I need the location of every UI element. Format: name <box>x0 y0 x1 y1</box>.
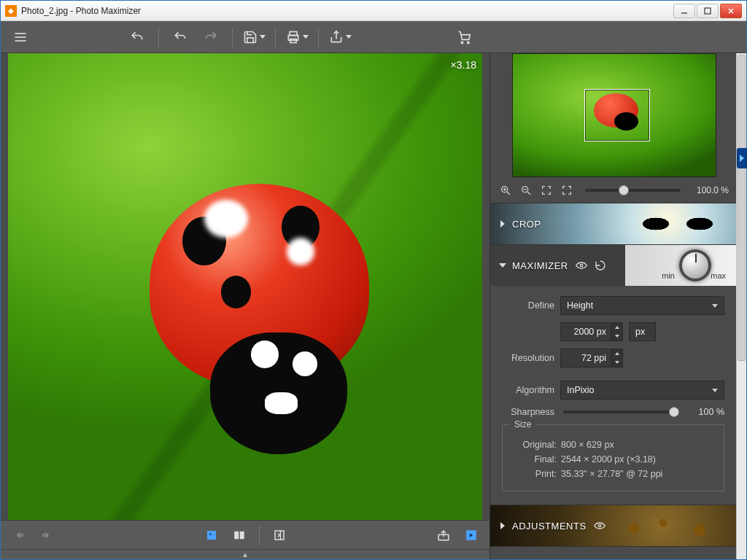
hamburger-icon <box>13 30 28 44</box>
zoom-out-button[interactable] <box>518 182 534 198</box>
zoom-percent-label: 100.0 % <box>691 185 729 195</box>
algorithm-label: Algorithm <box>502 385 554 395</box>
process-button[interactable] <box>460 526 482 545</box>
minimize-button[interactable] <box>673 4 695 18</box>
toolbar-separator <box>275 28 276 47</box>
zoom-in-icon <box>500 184 511 196</box>
spinner-down[interactable] <box>611 332 622 341</box>
redo-button[interactable] <box>198 26 223 48</box>
svg-line-31 <box>527 192 530 195</box>
export-button[interactable] <box>433 526 454 545</box>
reset-icon[interactable] <box>595 260 606 271</box>
maximizer-panel-title: MAXIMIZER <box>512 260 568 271</box>
titlebar[interactable]: ◆ Photo_2.jpg - Photo Maximizer <box>1 1 746 21</box>
toolbar-separator <box>232 28 233 47</box>
caret-down-icon <box>712 389 718 392</box>
zoom-slider-knob[interactable] <box>619 185 629 195</box>
crop-panel-header[interactable]: CROP <box>490 203 736 244</box>
caret-down-icon <box>712 304 718 308</box>
sharpness-knob[interactable] <box>669 407 679 417</box>
fit-screen-button[interactable] <box>538 182 554 198</box>
view-compare-button[interactable] <box>228 526 250 545</box>
share-button[interactable] <box>328 26 352 48</box>
actual-size-button[interactable] <box>559 182 575 198</box>
size-value[interactable]: 2000 px <box>560 322 611 341</box>
undo-icon <box>173 30 187 44</box>
zoom-slider[interactable] <box>585 189 681 192</box>
panel-icon <box>273 529 286 542</box>
cart-button[interactable] <box>452 26 476 48</box>
print-button[interactable] <box>285 26 309 48</box>
crop-panel-title: CROP <box>512 219 541 230</box>
svg-point-33 <box>580 264 582 266</box>
svg-point-11 <box>461 42 463 44</box>
resolution-spinner[interactable]: 72 ppi <box>560 349 623 368</box>
spinner-down[interactable] <box>611 358 622 367</box>
cart-icon <box>457 30 471 44</box>
view-single-icon <box>205 529 218 542</box>
adjustments-panel: ADJUSTMENTS <box>490 505 736 547</box>
side-panel: 100.0 % CROP MAXIMIZER <box>489 53 746 559</box>
svg-rect-20 <box>239 531 244 539</box>
maximizer-panel-header[interactable]: MAXIMIZER min max <box>490 245 736 286</box>
side-expand-handle[interactable] <box>737 148 747 168</box>
side-scrollbar[interactable] <box>736 53 746 559</box>
svg-line-27 <box>507 192 510 195</box>
chevron-down-icon <box>499 263 506 268</box>
adjustments-panel-title: ADJUSTMENTS <box>512 521 587 532</box>
close-button[interactable] <box>720 4 742 18</box>
prev-image-button[interactable] <box>8 526 30 545</box>
zoom-bar: 100.0 % <box>490 177 736 203</box>
image-subject <box>122 184 397 454</box>
sharpness-slider[interactable] <box>563 411 679 413</box>
navigator-viewport-box[interactable] <box>584 89 650 141</box>
view-single-button[interactable] <box>201 526 222 545</box>
algorithm-value: InPixio <box>567 385 595 395</box>
menu-button[interactable] <box>8 26 33 48</box>
maximizer-panel: MAXIMIZER min max Define Height <box>490 245 736 505</box>
svg-rect-1 <box>705 8 711 14</box>
app-window: ◆ Photo_2.jpg - Photo Maximizer <box>0 0 747 560</box>
visibility-icon[interactable] <box>576 261 587 270</box>
maximize-button[interactable] <box>697 4 719 18</box>
size-spinner[interactable]: 2000 px <box>560 322 623 341</box>
resolution-value[interactable]: 72 ppi <box>560 349 611 368</box>
svg-rect-15 <box>42 533 44 537</box>
save-button[interactable] <box>241 26 266 48</box>
actual-size-icon <box>561 184 573 196</box>
filmstrip-toggle[interactable]: ▲ <box>1 549 489 559</box>
next-image-button[interactable] <box>36 526 58 545</box>
print-icon <box>286 30 301 44</box>
visibility-icon[interactable] <box>594 521 605 530</box>
size-info-box: Size Original:800 × 629 px Final:2544 × … <box>502 424 724 491</box>
print-value: 35.33" × 27.78" @ 72 ppi <box>561 469 662 479</box>
define-label: Define <box>502 300 554 311</box>
svg-rect-17 <box>207 531 216 540</box>
print-label: Print: <box>513 469 557 479</box>
scrollbar-thumb[interactable] <box>738 55 746 361</box>
resolution-label: Resolution <box>502 353 554 363</box>
define-value: Height <box>567 300 593 311</box>
panel-toggle-button[interactable] <box>268 526 290 545</box>
svg-rect-19 <box>234 531 239 539</box>
algorithm-select[interactable]: InPixio <box>560 381 724 400</box>
redo-icon <box>204 30 218 44</box>
svg-rect-16 <box>44 533 45 537</box>
navigator-preview[interactable] <box>512 53 716 177</box>
undo-all-icon <box>130 30 144 44</box>
view-compare-icon <box>233 529 246 542</box>
original-label: Original: <box>513 440 557 450</box>
maximizer-dial[interactable] <box>679 249 711 281</box>
unit-select[interactable]: px <box>629 322 656 341</box>
undo-button[interactable] <box>168 26 193 48</box>
adjustments-panel-header[interactable]: ADJUSTMENTS <box>490 505 736 546</box>
undo-all-button[interactable] <box>125 26 150 48</box>
save-icon <box>243 30 258 44</box>
canvas-bottombar <box>1 520 489 549</box>
spinner-up[interactable] <box>611 323 622 332</box>
define-select[interactable]: Height <box>560 296 724 315</box>
zoom-in-button[interactable] <box>498 182 514 198</box>
spinner-up[interactable] <box>611 349 622 358</box>
image-canvas[interactable] <box>8 53 482 520</box>
sharpness-value: 100 % <box>688 407 724 417</box>
